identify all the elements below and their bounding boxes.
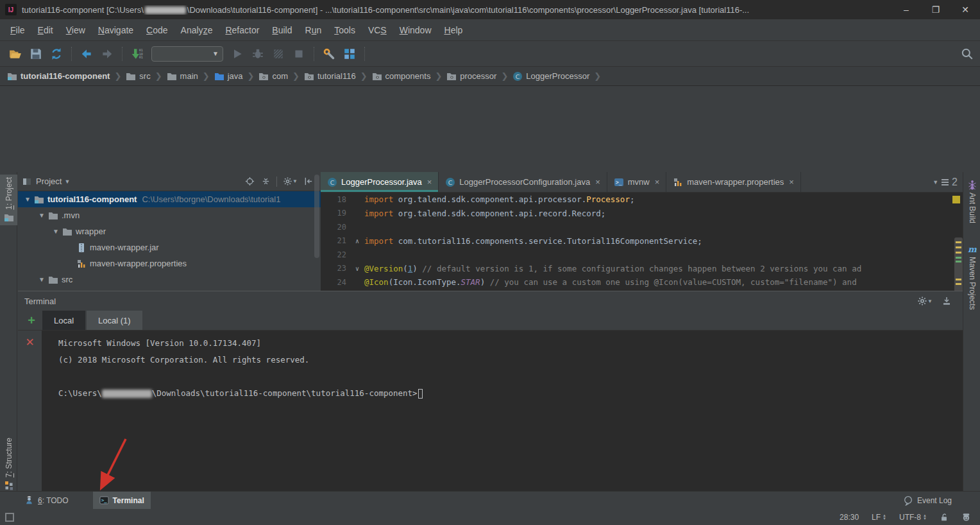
code-line-24[interactable]: 24@Icon(Icon.IconType.STAR) // you can u… <box>321 275 963 289</box>
synchronize-button[interactable] <box>47 45 65 63</box>
inspections-profile-icon[interactable] <box>961 512 971 522</box>
unlock-icon[interactable] <box>940 513 949 522</box>
event-log-button[interactable]: Event Log <box>897 492 958 510</box>
terminal-output[interactable]: Microsoft Windows [Version 10.0.17134.40… <box>42 331 963 492</box>
fold-marker-icon[interactable]: ∨ <box>350 265 364 272</box>
tree-item-maven-wrapper-properties[interactable]: maven-wrapper.properties <box>18 255 321 271</box>
breadcrumb-item-src[interactable]: src <box>124 71 152 82</box>
debug-button[interactable] <box>249 45 267 63</box>
project-panel-title[interactable]: Project <box>36 176 62 186</box>
tool-button-maven-projects[interactable]: mMaven Projects <box>963 241 980 313</box>
tree-vertical-scrollbar[interactable] <box>314 175 319 258</box>
breadcrumb-item-tutorial116[interactable]: tutorial116 <box>302 71 358 82</box>
line-number[interactable]: 18 <box>321 195 350 204</box>
menu-window[interactable]: Window <box>393 22 438 38</box>
hide-panel-icon[interactable] <box>304 176 314 186</box>
project-structure-button[interactable] <box>341 45 359 63</box>
minimize-button[interactable]: – <box>891 0 921 19</box>
editor-tab-mvnw[interactable]: >_mvnw× <box>607 172 667 192</box>
hide-panel-down-icon[interactable] <box>942 296 952 306</box>
fold-marker-icon[interactable]: ∧ <box>350 237 364 245</box>
file-encoding[interactable]: UTF-8▲▼ <box>899 513 927 522</box>
tab-close-icon[interactable]: × <box>595 177 600 187</box>
collapse-all-icon[interactable] <box>261 176 271 186</box>
line-number[interactable]: 20 <box>321 223 350 232</box>
menu-navigate[interactable]: Navigate <box>92 22 140 38</box>
coverage-button[interactable] <box>269 45 287 63</box>
search-icon[interactable] <box>961 47 974 60</box>
breadcrumb-item-java[interactable]: java <box>212 71 245 82</box>
close-button[interactable]: ✕ <box>950 0 980 19</box>
menu-help[interactable]: Help <box>438 22 469 38</box>
menu-tools[interactable]: Tools <box>328 22 362 38</box>
menu-build[interactable]: Build <box>266 22 298 38</box>
editor-scrollbar[interactable] <box>954 237 963 299</box>
menu-run[interactable]: Run <box>299 22 328 38</box>
breadcrumb-item-main[interactable]: main <box>165 71 200 82</box>
gear-icon[interactable]: ▼ <box>283 176 298 186</box>
line-separator[interactable]: LF▲▼ <box>872 513 886 522</box>
breadcrumb-item-com[interactable]: com <box>257 71 290 82</box>
locate-icon[interactable] <box>245 176 255 186</box>
line-number[interactable]: 23 <box>321 264 350 273</box>
tree-item-wrapper[interactable]: ▼wrapper <box>18 223 321 239</box>
tab-close-icon[interactable]: × <box>655 177 660 187</box>
menu-analyze[interactable]: Analyze <box>174 22 219 38</box>
line-number[interactable]: 21 <box>321 236 350 245</box>
settings-button[interactable] <box>320 45 338 63</box>
expand-arrow-icon[interactable]: ▼ <box>22 196 33 203</box>
make-project-button[interactable]: 011001 <box>128 45 146 63</box>
code-line-22[interactable]: 22 <box>321 248 963 262</box>
menu-file[interactable]: File <box>4 22 31 38</box>
hidden-tabs-dropdown[interactable]: ▼2 <box>933 172 963 192</box>
terminal-tab-local-1[interactable]: Local (1) <box>87 311 142 330</box>
tab-close-icon[interactable]: × <box>789 177 794 187</box>
menu-view[interactable]: View <box>60 22 92 38</box>
code-line-18[interactable]: 18import org.talend.sdk.component.api.pr… <box>321 193 963 207</box>
breadcrumb-item-tutorial116-component[interactable]: tutorial116-component <box>5 71 112 82</box>
open-file-button[interactable] <box>6 45 24 63</box>
menu-vcs[interactable]: VCS <box>362 22 393 38</box>
stop-button[interactable] <box>290 45 308 63</box>
menu-refactor[interactable]: Refactor <box>219 22 266 38</box>
new-session-icon[interactable]: + <box>21 311 42 330</box>
tab-close-icon[interactable]: × <box>427 177 432 187</box>
inspection-status-indicator[interactable] <box>952 196 960 203</box>
line-number[interactable]: 24 <box>321 278 350 287</box>
tree-item-maven-wrapper-jar[interactable]: maven-wrapper.jar <box>18 239 321 255</box>
expand-arrow-icon[interactable]: ▼ <box>50 228 62 235</box>
tool-button-1-project[interactable]: 1: Project <box>0 175 17 225</box>
line-number[interactable]: 19 <box>321 209 350 218</box>
editor-tab-maven-wrapper-properties[interactable]: maven-wrapper.properties× <box>666 172 801 192</box>
breadcrumb-item-processor[interactable]: processor <box>444 71 498 82</box>
editor-tab-loggerprocessor-java[interactable]: CLoggerProcessor.java× <box>321 172 439 192</box>
breadcrumb-item-loggerprocessor[interactable]: CLoggerProcessor <box>511 71 591 82</box>
tree-item-mvn[interactable]: ▼.mvn <box>18 207 321 223</box>
forward-button[interactable] <box>98 45 116 63</box>
tool-window-toggle-icon[interactable] <box>5 513 14 522</box>
code-line-21[interactable]: 21∧import com.tutorial116.components.ser… <box>321 234 963 248</box>
todo-tool-button[interactable]: 6: TODO <box>18 492 75 510</box>
terminal-prompt-line[interactable]: C:\Users\\Downloads\tutorial116-componen… <box>58 385 963 402</box>
maximize-button[interactable]: ❐ <box>921 0 950 19</box>
tree-item-tutorial116-component[interactable]: ▼tutorial116-componentC:\Users\fborgne\D… <box>18 191 321 207</box>
tree-item-src[interactable]: ▼src <box>18 271 321 288</box>
menu-edit[interactable]: Edit <box>31 22 60 38</box>
save-all-button[interactable] <box>27 45 45 63</box>
caret-position[interactable]: 28:30 <box>840 513 859 522</box>
terminal-tool-button[interactable]: >_ Terminal <box>93 492 151 510</box>
back-button[interactable] <box>78 45 96 63</box>
run-button[interactable] <box>228 45 246 63</box>
run-configurations-combo[interactable]: ▼ <box>151 46 223 62</box>
breadcrumb-item-components[interactable]: components <box>370 71 433 82</box>
terminal-tab-local[interactable]: Local <box>42 311 85 330</box>
line-number[interactable]: 22 <box>321 250 350 259</box>
tool-button-ant-build[interactable]: Ant Build <box>963 177 980 226</box>
code-line-23[interactable]: 23∨@Version(1) // default version is 1, … <box>321 262 963 276</box>
close-session-icon[interactable]: ✕ <box>25 336 34 349</box>
code-line-19[interactable]: 19import org.talend.sdk.component.api.re… <box>321 207 963 221</box>
code-line-20[interactable]: 20 <box>321 220 963 234</box>
menu-code[interactable]: Code <box>140 22 174 38</box>
expand-arrow-icon[interactable]: ▼ <box>36 276 47 283</box>
expand-arrow-icon[interactable]: ▼ <box>36 212 47 219</box>
